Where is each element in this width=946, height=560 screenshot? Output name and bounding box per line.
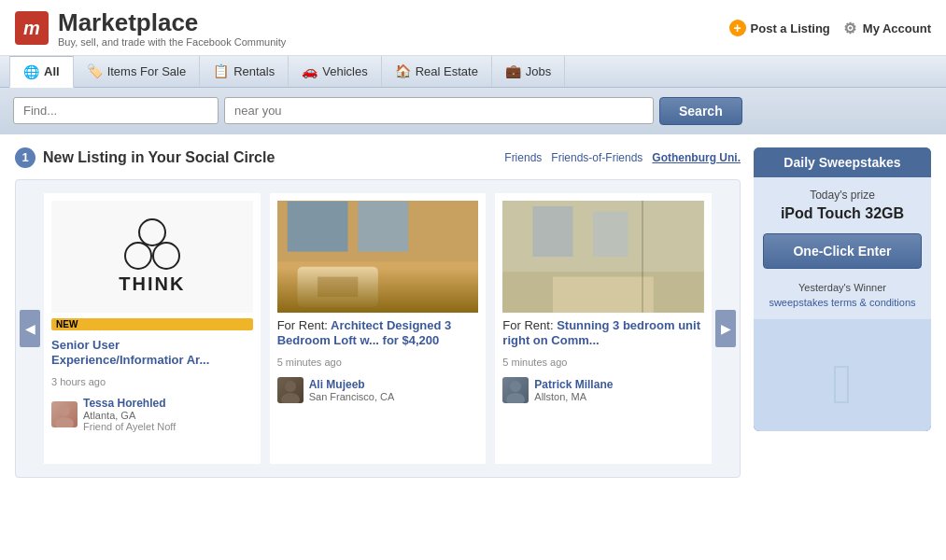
- seller-info-3: Patrick Millane Allston, MA: [534, 378, 613, 402]
- tab-label-items: Items For Sale: [107, 64, 187, 78]
- listing-title-1: Senior User Experience/Informatior Ar...: [51, 338, 253, 370]
- room-image: [277, 201, 479, 313]
- circle-left: [124, 242, 152, 270]
- sweepstakes-footer: : [754, 319, 931, 431]
- svg-rect-6: [277, 261, 479, 313]
- my-account-label: My Account: [863, 21, 931, 35]
- nav-tab-realestate[interactable]: 🏠Real Estate: [382, 56, 492, 87]
- listing-time-2: 5 minutes ago: [277, 357, 479, 368]
- tab-label-vehicles: Vehicles: [322, 64, 367, 78]
- think-logo: THINK: [51, 201, 253, 313]
- tab-label-rentals: Rentals: [233, 64, 275, 78]
- nav-tabs: 🌐All🏷️Items For Sale📋Rentals🚗Vehicles🏠Re…: [0, 56, 946, 88]
- seller-name-3: Patrick Millane: [534, 378, 613, 391]
- seller-avatar-3: [502, 377, 529, 403]
- filter-link-friends-of-friends[interactable]: Friends-of-Friends: [551, 151, 642, 164]
- tab-icon-all: 🌐: [23, 64, 39, 79]
- tab-icon-jobs: 💼: [505, 63, 521, 78]
- listing-seller-3: Patrick Millane Allston, MA: [502, 377, 704, 403]
- nav-tab-vehicles[interactable]: 🚗Vehicles: [289, 56, 381, 87]
- tab-label-all: All: [44, 64, 60, 78]
- section-badge: 1: [15, 147, 35, 168]
- svg-point-9: [285, 381, 296, 392]
- svg-rect-8: [318, 276, 358, 297]
- svg-point-18: [506, 393, 525, 403]
- tab-icon-rentals: 📋: [213, 63, 229, 78]
- tab-label-jobs: Jobs: [526, 64, 551, 78]
- nav-tab-all[interactable]: 🌐All: [9, 56, 74, 88]
- seller-info-2: Ali Mujeeb San Francisco, CA: [309, 378, 395, 402]
- filter-link-gothenburg-uni.[interactable]: Gothenburg Uni.: [652, 151, 741, 164]
- svg-rect-13: [533, 206, 573, 257]
- section-header: 1 New Listing in Your Social Circle Frie…: [15, 147, 741, 168]
- nav-tab-items[interactable]: 🏷️Items For Sale: [74, 56, 201, 87]
- tab-icon-realestate: 🏠: [395, 63, 411, 78]
- listing-image-1: THINK: [51, 201, 253, 313]
- listing-title-2: For Rent: Architect Designed 3 Bedroom L…: [277, 318, 479, 350]
- listings-grid: ◀ THINK NEW Senior User Experience/: [15, 179, 741, 478]
- header-left: m Marketplace Buy, sell, and trade with …: [15, 9, 286, 48]
- sweepstakes-header: Daily Sweepstakes: [754, 147, 931, 177]
- listing-time-3: 5 minutes ago: [502, 357, 704, 368]
- listing-image-3: [502, 201, 704, 313]
- circle-right: [152, 242, 180, 270]
- listing-time-1: 3 hours ago: [51, 376, 253, 387]
- seller-location-3: Allston, MA: [534, 391, 613, 402]
- app-title: Marketplace: [58, 9, 286, 36]
- search-button[interactable]: Search: [659, 97, 742, 125]
- tab-label-realestate: Real Estate: [416, 64, 478, 78]
- header-right: + Post a Listing ⚙ My Account: [729, 20, 931, 36]
- seller-location-1: Atlanta, GA: [83, 410, 176, 421]
- todays-prize-label: Today's prize: [763, 189, 922, 202]
- sidebar: Daily Sweepstakes Today's prize iPod Tou…: [754, 147, 931, 478]
- listing-seller-1: Tessa Horehled Atlanta, GA Friend of Aye…: [51, 397, 253, 432]
- find-input[interactable]: [13, 97, 219, 124]
- prize-name: iPod Touch 32GB: [763, 205, 922, 222]
- prev-arrow[interactable]: ◀: [20, 310, 40, 347]
- listings-section: 1 New Listing in Your Social Circle Frie…: [15, 147, 741, 478]
- listing-seller-2: Ali Mujeeb San Francisco, CA: [277, 377, 479, 403]
- sweepstakes-box: Daily Sweepstakes Today's prize iPod Tou…: [754, 147, 931, 431]
- seller-friend-1: Friend of Ayelet Noff: [83, 421, 176, 432]
- logo-icon: m: [15, 11, 49, 45]
- section-title: 1 New Listing in Your Social Circle: [15, 147, 275, 168]
- listing-image-2: [277, 201, 479, 313]
- plus-icon: +: [729, 20, 746, 36]
- listing-label-3: For Rent:: [502, 318, 553, 332]
- post-listing-button[interactable]: + Post a Listing: [729, 20, 830, 36]
- next-arrow[interactable]: ▶: [715, 310, 736, 347]
- listing-card-1[interactable]: THINK NEW Senior User Experience/Informa…: [44, 193, 261, 464]
- yesterdays-winner-label: Yesterday's Winner: [763, 282, 922, 293]
- tab-icon-vehicles: 🚗: [302, 63, 318, 78]
- search-bar: Search: [0, 88, 946, 134]
- nav-tab-rentals[interactable]: 📋Rentals: [200, 56, 289, 87]
- location-input[interactable]: [224, 97, 654, 124]
- think-text: THINK: [119, 273, 185, 295]
- svg-point-10: [281, 393, 300, 403]
- section-title-text: New Listing in Your Social Circle: [43, 149, 275, 166]
- listing-title-text-1: Senior User Experience/Informatior Ar...: [51, 338, 209, 368]
- post-listing-label: Post a Listing: [751, 21, 830, 35]
- nav-tab-jobs[interactable]: 💼Jobs: [492, 56, 565, 87]
- svg-rect-14: [593, 211, 628, 257]
- listing-label-2: For Rent:: [277, 318, 328, 332]
- main-content: 1 New Listing in Your Social Circle Frie…: [0, 134, 946, 491]
- svg-rect-5: [358, 201, 408, 251]
- header: m Marketplace Buy, sell, and trade with …: [0, 0, 946, 56]
- one-click-enter-button[interactable]: One-Click Enter: [763, 233, 922, 269]
- seller-name-1: Tessa Horehled: [83, 397, 176, 410]
- my-account-button[interactable]: ⚙ My Account: [841, 20, 931, 36]
- svg-rect-7: [297, 266, 377, 306]
- svg-rect-4: [287, 201, 347, 251]
- listing-card-2[interactable]: For Rent: Architect Designed 3 Bedroom L…: [270, 193, 487, 464]
- filter-link-friends[interactable]: Friends: [504, 151, 542, 164]
- listing-title-3: For Rent: Stunning 3 bedroom unit right …: [502, 318, 704, 350]
- listing-card-3[interactable]: For Rent: Stunning 3 bedroom unit right …: [495, 193, 712, 464]
- seller-avatar-2: [277, 377, 304, 403]
- header-title-block: Marketplace Buy, sell, and trade with th…: [58, 9, 286, 48]
- new-badge: NEW: [51, 318, 253, 330]
- seller-location-2: San Francisco, CA: [309, 391, 395, 402]
- sweepstakes-terms-link[interactable]: sweepstakes terms & conditions: [763, 297, 922, 308]
- apple-logo-watermark: : [805, 347, 880, 422]
- filter-links: FriendsFriends-of-FriendsGothenburg Uni.: [504, 151, 741, 164]
